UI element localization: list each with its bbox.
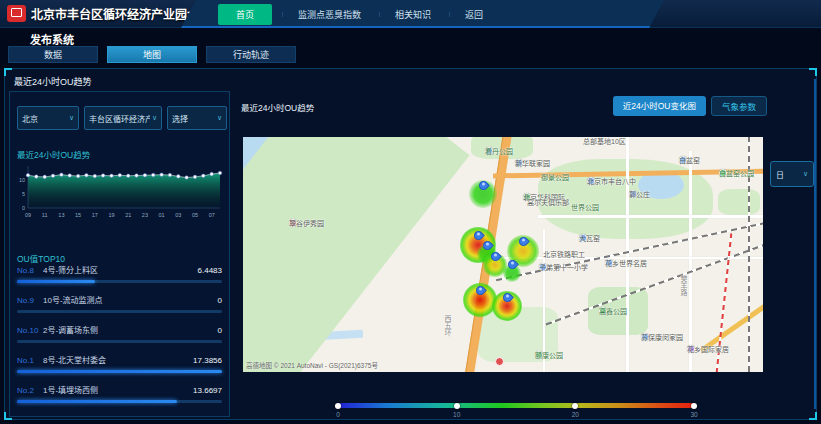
ou-change-button[interactable]: 近24小时OU变化图	[613, 96, 706, 116]
top-row: No.18号-北天堂村委会17.3856	[17, 354, 222, 373]
progress-track	[17, 400, 222, 403]
top-row: No.21号-填埋场西侧13.6697	[17, 384, 222, 403]
map-section: 最近24小时OU趋势 近24小时OU变化图气象参数	[233, 91, 817, 417]
value-label: 6.4483	[198, 266, 222, 275]
svg-text:17: 17	[92, 212, 98, 218]
top-row-line: No.18号-北天堂村委会17.3856	[17, 354, 222, 365]
map-buttons: 近24小时OU变化图气象参数	[613, 96, 767, 116]
site-label: 10号-流动监测点	[43, 294, 218, 305]
value-label: 0	[218, 296, 222, 305]
progress-track	[17, 310, 222, 313]
map-label-text: 樊羊路	[678, 275, 688, 296]
map-attribution: 高德地图 © 2021 AutoNavi - GS(2021)6375号	[246, 360, 378, 370]
map-label-text: 白盆窑	[679, 155, 700, 165]
map-label: 北京市丰台八中	[587, 177, 595, 185]
publish-system-label: 发布系统	[30, 31, 74, 47]
svg-text:05: 05	[192, 212, 198, 218]
select-park[interactable]: 丰台区循环经济产∨	[84, 106, 162, 130]
svg-text:21: 21	[125, 212, 131, 218]
weather-button[interactable]: 气象参数	[711, 96, 767, 116]
nav-item-knowledge[interactable]: 相关知识	[379, 4, 447, 25]
svg-text:15: 15	[75, 212, 81, 218]
panel-title: 最近24小时OU趋势	[14, 75, 92, 88]
top-nav: 首页监测点恶臭指数相关知识返回	[196, 0, 664, 28]
map-label-text: 西五环	[442, 315, 452, 336]
tab-map[interactable]: 地图	[107, 46, 197, 63]
map-label: 白盆窑公园	[719, 169, 727, 177]
map-label-text: 花乡世界名居	[605, 258, 647, 268]
ou-top10-title: OU值TOP10	[17, 252, 65, 264]
filter-selects: 北京∨丰台区循环经济产∨选择∨	[17, 106, 227, 130]
map-label-text: 郭公庄	[629, 189, 650, 199]
map-label: 颐康公园	[535, 351, 543, 359]
time-select[interactable]: 日 ∨	[770, 161, 814, 187]
top-row-line: No.102号-调蓄场东侧0	[17, 324, 222, 335]
map-label-text: 大瓦窑	[579, 233, 600, 243]
rank-label: No.9	[17, 296, 43, 305]
svg-text:03: 03	[175, 212, 181, 218]
ou-color-legend: 0102030	[338, 401, 694, 417]
map-label: 白盆窑	[679, 156, 687, 164]
top-row: No.910号-流动监测点0	[17, 294, 222, 313]
top-row-line: No.21号-填埋场西侧13.6697	[17, 384, 222, 395]
chevron-down-icon: ∨	[803, 170, 808, 178]
rank-label: No.2	[17, 386, 43, 395]
progress-track	[17, 370, 222, 373]
select-point-value: 选择	[172, 113, 188, 124]
legend-marker	[454, 403, 460, 409]
map-label-text: 苏保康闵家园	[641, 332, 683, 342]
progress-fill	[17, 400, 177, 403]
map-label-text: 花乡国际家居	[687, 344, 729, 354]
legend-gradient-bar	[338, 403, 694, 408]
left-panel: 北京∨丰台区循环经济产∨选择∨ 最近24小时OU趋势 0510091113151…	[9, 91, 230, 417]
map-label-text: 新华联家园	[515, 158, 550, 168]
progress-fill	[17, 280, 95, 283]
app-logo-icon	[7, 5, 26, 22]
value-label: 13.6697	[193, 386, 222, 395]
legend-marker	[335, 403, 341, 409]
map-label-text: 看丹公园	[485, 146, 513, 156]
view-tabs: 数据地图行动轨迹	[8, 46, 296, 63]
map-label-text: 翠谷伊秀园	[289, 218, 324, 228]
trend-chart-title: 最近24小时OU趋势	[17, 148, 90, 160]
map-label-text: 北京市丰台八中	[587, 176, 636, 186]
rank-label: No.1	[17, 356, 43, 365]
legend-tick-label: 0	[336, 411, 340, 418]
tab-track[interactable]: 行动轨迹	[206, 46, 296, 63]
svg-text:07: 07	[209, 212, 215, 218]
map-label: 苏保康闵家园	[641, 333, 649, 341]
svg-text:5: 5	[22, 191, 25, 197]
select-point[interactable]: 选择∨	[167, 106, 227, 130]
site-label: 2号-调蓄场东侧	[43, 324, 218, 335]
nav-item-odor-index[interactable]: 监测点恶臭指数	[282, 4, 377, 25]
map-label-text: 颐康公园	[535, 350, 563, 360]
main-panel: 最近24小时OU趋势 北京∨丰台区循环经济产∨选择∨ 最近24小时OU趋势 05…	[4, 68, 817, 420]
map-label: 子弟第十一小学	[539, 263, 547, 271]
rank-label: No.8	[17, 266, 43, 275]
svg-text:01: 01	[159, 212, 165, 218]
svg-text:10: 10	[19, 177, 25, 183]
select-city[interactable]: 北京∨	[17, 106, 79, 130]
rank-label: No.10	[17, 326, 43, 335]
map-canvas[interactable]: 总部基地10区看丹公园新华联家园白盆窑白盆窑公园御景公园北京市丰台八中郭公庄世界…	[243, 137, 763, 372]
site-label: 4号-筛分上料区	[43, 264, 198, 275]
map-label: 花乡国际家居	[687, 345, 695, 353]
progress-track	[17, 280, 222, 283]
ou-top10-list: No.84号-筛分上料区6.4483No.910号-流动监测点0No.102号-…	[17, 264, 222, 414]
svg-text:0: 0	[22, 205, 25, 211]
tab-data[interactable]: 数据	[8, 46, 98, 63]
select-city-value: 北京	[22, 113, 38, 124]
svg-text:13: 13	[58, 212, 64, 218]
map-label: 看丹公园	[485, 147, 493, 155]
map-label-text: 北京铁路职工	[543, 249, 585, 259]
nav-item-home[interactable]: 首页	[218, 4, 272, 25]
nav-item-back[interactable]: 返回	[449, 4, 499, 25]
map-label-text: 御景公园	[541, 172, 569, 182]
map-label-text: 总部基地10区	[583, 137, 626, 146]
svg-text:09: 09	[25, 212, 31, 218]
map-label-text: 高鑫公园	[599, 306, 627, 316]
time-select-value: 日	[776, 169, 784, 180]
legend-marker	[572, 403, 578, 409]
svg-text:19: 19	[108, 212, 114, 218]
top-row-line: No.84号-筛分上料区6.4483	[17, 264, 222, 275]
